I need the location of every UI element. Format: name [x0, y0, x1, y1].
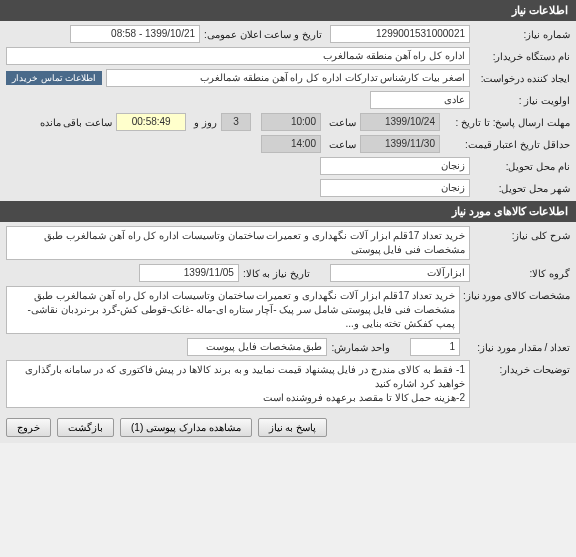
min-price-validity-time: 14:00: [261, 135, 321, 153]
priority-label: اولویت نیاز :: [470, 95, 570, 106]
min-price-time-label: ساعت: [325, 139, 356, 150]
need-number-value: 1299001531000021: [330, 25, 470, 43]
delivery-city-value: زنجان: [320, 179, 470, 197]
view-attachments-button[interactable]: مشاهده مدارک پیوستی (1): [120, 418, 252, 437]
reply-button[interactable]: پاسخ به نیاز: [258, 418, 328, 437]
deadline-time-value: 10:00: [261, 113, 321, 131]
min-price-validity-date: 1399/11/30: [360, 135, 440, 153]
need-desc-value: خرید تعداد 17قلم ابزار آلات نگهداری و تع…: [6, 226, 470, 260]
remaining-days-value: 3: [221, 113, 251, 131]
need-number-label: شماره نیاز:: [470, 29, 570, 40]
delivery-city-label: شهر محل تحویل:: [470, 183, 570, 194]
goods-spec-label: مشخصات کالای مورد نیاز:: [460, 286, 570, 301]
exit-button[interactable]: خروج: [6, 418, 51, 437]
need-info-form: شماره نیاز: 1299001531000021 تاریخ و ساع…: [0, 21, 576, 201]
min-price-validity-label: حداقل تاریخ اعتبار قیمت:: [440, 139, 570, 150]
count-unit-value: طبق مشخصات فایل پیوست: [187, 338, 327, 356]
goods-spec-value: خرید تعداد 17قلم ابزار آلات نگهداری و تع…: [6, 286, 460, 334]
deadline-time-label: ساعت: [325, 117, 356, 128]
public-announce-label: تاریخ و ساعت اعلان عمومی:: [200, 29, 322, 40]
buyer-notes-label: توضیحات خریدار:: [470, 360, 570, 375]
request-creator-label: ایجاد کننده درخواست:: [470, 73, 570, 84]
public-announce-value: 1399/10/21 - 08:58: [70, 25, 200, 43]
goods-info-header: اطلاعات کالاهای مورد نیاز: [0, 201, 576, 222]
deadline-date-value: 1399/10/24: [360, 113, 440, 131]
qty-value: 1: [410, 338, 460, 356]
delivery-place-value: زنجان: [320, 157, 470, 175]
count-unit-label: واحد شمارش:: [327, 342, 390, 353]
buyer-notes-value: 1- فقط به کالای مندرج در فایل پیشنهاد قی…: [6, 360, 470, 408]
action-buttons: پاسخ به نیاز مشاهده مدارک پیوستی (1) باز…: [0, 412, 576, 443]
remaining-label: ساعت باقی مانده: [36, 117, 113, 128]
remaining-time-value: 00:58:49: [116, 113, 186, 131]
goods-group-value: ابزارآلات: [330, 264, 470, 282]
buyer-org-value: اداره کل راه آهن منطقه شمالغرب: [6, 47, 470, 65]
need-desc-label: شرح کلی نیاز:: [470, 226, 570, 241]
goods-group-label: گروه کالا:: [470, 268, 570, 279]
priority-value: عادی: [370, 91, 470, 109]
back-button[interactable]: بازگشت: [57, 418, 114, 437]
buyer-org-label: نام دستگاه خریدار:: [470, 51, 570, 62]
need-info-header: اطلاعات نیاز: [0, 0, 576, 21]
goods-info-form: شرح کلی نیاز: خرید تعداد 17قلم ابزار آلا…: [0, 222, 576, 412]
days-and-label: روز و: [190, 117, 217, 128]
need-date-to-value: 1399/11/05: [139, 264, 239, 282]
contact-info-button[interactable]: اطلاعات تماس خریدار: [6, 71, 102, 85]
qty-label: تعداد / مقدار مورد نیاز:: [460, 342, 570, 353]
request-creator-value: اصغر بیات کارشناس تدارکات اداره کل راه آ…: [106, 69, 470, 87]
delivery-place-label: نام محل تحویل:: [470, 161, 570, 172]
deadline-label: مهلت ارسال پاسخ: تا تاریخ :: [440, 117, 570, 128]
need-date-to-label: تاریخ نیاز به کالا:: [239, 268, 310, 279]
